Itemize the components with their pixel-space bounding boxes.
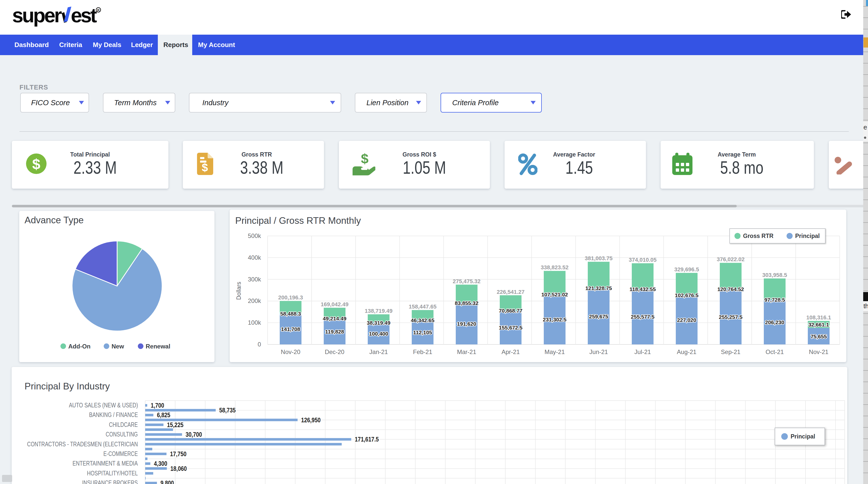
svg-text:Jun-21: Jun-21 xyxy=(589,349,608,355)
svg-text:R: R xyxy=(97,8,100,12)
svg-text:75,655: 75,655 xyxy=(811,333,827,340)
svg-text:381,003.75: 381,003.75 xyxy=(585,255,613,261)
svg-text:155,672.5: 155,672.5 xyxy=(499,325,523,330)
svg-text:Jan-21: Jan-21 xyxy=(369,349,388,355)
svg-text:1,700: 1,700 xyxy=(151,401,164,409)
svg-text:227,020: 227,020 xyxy=(677,317,696,323)
svg-text:303,958.5: 303,958.5 xyxy=(762,272,787,278)
svg-text:70,868.77: 70,868.77 xyxy=(499,308,522,314)
svg-text:38,319.49: 38,319.49 xyxy=(367,320,390,326)
svg-text:200,196.3: 200,196.3 xyxy=(278,294,303,301)
svg-text:49,214.49: 49,214.49 xyxy=(323,316,346,321)
svg-text:118,432.55: 118,432.55 xyxy=(629,286,656,292)
svg-text:112,105: 112,105 xyxy=(413,329,432,335)
svg-text:Gross RTR: Gross RTR xyxy=(743,233,774,239)
svg-text:100k: 100k xyxy=(248,319,261,326)
svg-text:Add-On: Add-On xyxy=(68,343,91,350)
svg-text:158,447.65: 158,447.65 xyxy=(409,303,437,310)
svg-text:100,400: 100,400 xyxy=(369,331,388,336)
svg-text:HOSPITALITY/HOTEL: HOSPITALITY/HOTEL xyxy=(87,470,138,477)
svg-text:255,577.5: 255,577.5 xyxy=(631,314,655,320)
svg-text:121,328.75: 121,328.75 xyxy=(585,285,612,291)
svg-text:374,010.05: 374,010.05 xyxy=(629,257,657,263)
svg-text:New: New xyxy=(112,343,124,350)
svg-text:Mar-21: Mar-21 xyxy=(457,349,476,355)
svg-text:171,617.5: 171,617.5 xyxy=(355,435,379,443)
svg-text:super: super xyxy=(12,4,62,27)
svg-text:Oct-21: Oct-21 xyxy=(766,349,784,355)
svg-text:9,800: 9,800 xyxy=(161,479,174,484)
svg-text:126,950: 126,950 xyxy=(301,416,321,424)
svg-text:18,060: 18,060 xyxy=(170,465,187,472)
svg-text:138,719.49: 138,719.49 xyxy=(365,308,393,314)
svg-text:226,541.27: 226,541.27 xyxy=(497,289,525,295)
svg-text:15,225: 15,225 xyxy=(167,421,183,429)
svg-text:169,042.49: 169,042.49 xyxy=(321,301,348,308)
svg-text:$: $ xyxy=(202,161,208,174)
svg-text:Principal: Principal xyxy=(790,433,815,440)
svg-text:376,022.02: 376,022.02 xyxy=(717,256,745,262)
svg-text:120,764.52: 120,764.52 xyxy=(717,286,744,292)
svg-text:46,342.65: 46,342.65 xyxy=(411,317,435,323)
svg-text:Apr-21: Apr-21 xyxy=(501,349,520,355)
svg-text:259,675: 259,675 xyxy=(589,314,608,319)
svg-text:6,825: 6,825 xyxy=(157,411,170,419)
svg-text:191,620: 191,620 xyxy=(457,321,476,327)
svg-text:0: 0 xyxy=(258,341,261,348)
svg-text:400k: 400k xyxy=(248,254,261,261)
svg-text:500k: 500k xyxy=(248,232,261,239)
svg-text:338,823.52: 338,823.52 xyxy=(541,264,568,270)
svg-text:141,708: 141,708 xyxy=(281,326,300,332)
svg-text:300k: 300k xyxy=(248,276,261,283)
svg-text:58,735: 58,735 xyxy=(219,407,236,414)
svg-text:CHILDCARE: CHILDCARE xyxy=(109,421,138,428)
svg-text:119,828: 119,828 xyxy=(325,329,344,334)
svg-text:May-21: May-21 xyxy=(545,349,565,355)
svg-text:275,475.32: 275,475.32 xyxy=(453,278,480,285)
svg-text:INSURANCE BROKERS: INSURANCE BROKERS xyxy=(82,479,138,484)
svg-text:Dec-20: Dec-20 xyxy=(325,349,344,355)
svg-text:206,230: 206,230 xyxy=(765,319,784,325)
svg-text:ENTERTAINMENT & MEDIA: ENTERTAINMENT & MEDIA xyxy=(72,460,138,467)
svg-text:AUTO SALES (NEW & USED): AUTO SALES (NEW & USED) xyxy=(69,401,138,409)
svg-text:329,696.5: 329,696.5 xyxy=(674,266,699,272)
svg-text:$: $ xyxy=(361,152,369,166)
svg-text:est: est xyxy=(71,4,97,27)
svg-text:17,750: 17,750 xyxy=(170,450,186,458)
svg-text:108,316.1: 108,316.1 xyxy=(806,314,831,321)
svg-text:83,855.32: 83,855.32 xyxy=(455,300,478,306)
svg-text:Sep-21: Sep-21 xyxy=(721,349,740,355)
svg-text:Nov-20: Nov-20 xyxy=(281,349,300,355)
svg-text:Dollars: Dollars xyxy=(236,282,242,300)
svg-text:200k: 200k xyxy=(248,297,261,304)
svg-text:97,728.5: 97,728.5 xyxy=(764,297,785,303)
svg-text:231,302.5: 231,302.5 xyxy=(543,317,566,322)
svg-text:Aug-21: Aug-21 xyxy=(677,349,696,355)
svg-text:CONSULTING: CONSULTING xyxy=(106,431,138,438)
svg-text:58,488.3: 58,488.3 xyxy=(280,311,301,317)
svg-text:4,300: 4,300 xyxy=(154,460,167,467)
svg-text:Principal: Principal xyxy=(795,233,820,239)
svg-text:32,661.1: 32,661.1 xyxy=(808,322,829,327)
svg-text:255,257.5: 255,257.5 xyxy=(719,314,743,320)
svg-text:102,676.5: 102,676.5 xyxy=(675,292,699,298)
svg-text:Jul-21: Jul-21 xyxy=(634,349,651,355)
svg-text:CONTRACTORS - TRADESMEN (ELECT: CONTRACTORS - TRADESMEN (ELECTRICIAN xyxy=(27,441,138,448)
svg-text:E-COMMERCE: E-COMMERCE xyxy=(103,450,138,457)
svg-text:107,521.02: 107,521.02 xyxy=(541,292,568,297)
svg-text:BANKING / FINANCE: BANKING / FINANCE xyxy=(89,411,138,418)
svg-text:Nov-21: Nov-21 xyxy=(809,349,828,355)
svg-text:Renewal: Renewal xyxy=(146,343,170,350)
svg-text:30,700: 30,700 xyxy=(186,431,202,438)
svg-text:Feb-21: Feb-21 xyxy=(413,349,432,355)
